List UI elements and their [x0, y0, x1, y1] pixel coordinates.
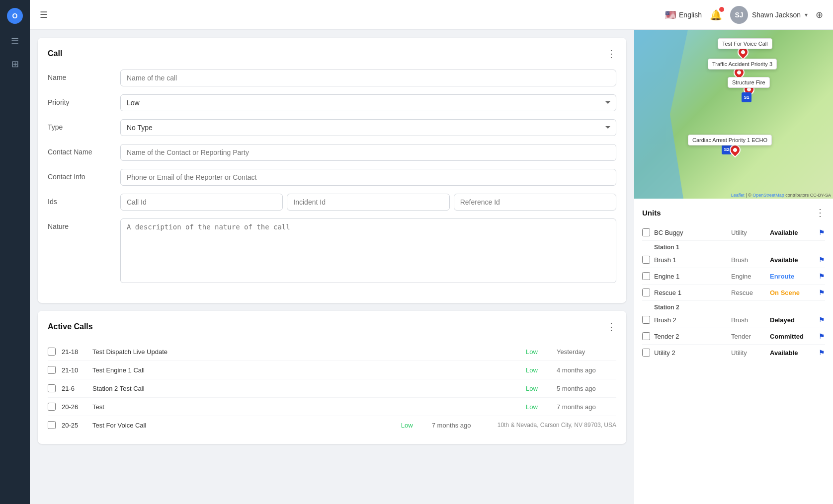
notification-badge — [719, 7, 724, 12]
main-wrapper: ☰ 🇺🇸 English 🔔 SJ Shawn Jackson ▾ ⊕ — [30, 0, 833, 504]
unit-flag-icon[interactable]: ⚑ — [819, 272, 825, 280]
unit-type: Engine — [731, 273, 766, 280]
calls-checkbox[interactable] — [48, 366, 56, 374]
ids-row-container: Ids — [48, 194, 616, 211]
active-calls-more-icon[interactable]: ⋮ — [606, 321, 616, 333]
table-row: 21-10 Test Engine 1 Call Low 4 months ag… — [48, 361, 616, 379]
calls-checkbox[interactable] — [48, 348, 56, 356]
map-container[interactable]: S1 S2 Test For Voice Call Traffic Accide… — [634, 30, 833, 199]
unit-name: Utility 2 — [654, 349, 727, 357]
notifications-icon[interactable]: 🔔 — [710, 9, 722, 21]
contact-name-label: Contact Name — [48, 144, 112, 156]
name-row: Name — [48, 70, 616, 86]
topbar-right: 🇺🇸 English 🔔 SJ Shawn Jackson ▾ ⊕ — [665, 6, 823, 24]
right-panel: S1 S2 Test For Voice Call Traffic Accide… — [634, 30, 833, 504]
language-selector[interactable]: 🇺🇸 English — [665, 9, 702, 20]
contact-info-row: Contact Info — [48, 169, 616, 186]
call-id-input[interactable] — [120, 194, 283, 211]
type-select[interactable]: No Type Fire Medical Police — [120, 119, 616, 136]
language-label: English — [679, 11, 702, 19]
units-card: Units ⋮ BC Buggy Utility Available ⚑ Sta… — [634, 199, 833, 504]
unit-name: Tender 2 — [654, 333, 727, 340]
unit-flag-icon[interactable]: ⚑ — [819, 228, 825, 236]
hamburger-icon[interactable]: ☰ — [11, 36, 19, 47]
unit-flag-icon[interactable]: ⚑ — [819, 316, 825, 324]
unit-status: Available — [770, 256, 815, 264]
priority-field: Low Medium High Critical — [120, 94, 616, 111]
active-calls-card: Active Calls ⋮ 21-18 Test Dispatch Live … — [38, 311, 626, 444]
nature-textarea[interactable] — [120, 218, 616, 283]
unit-row: Brush 2 Brush Delayed ⚑ — [642, 312, 825, 328]
unit-name: Brush 1 — [654, 256, 727, 264]
contact-name-row: Contact Name — [48, 144, 616, 161]
unit-status: On Scene — [770, 289, 815, 296]
calls-time: 7 months ago — [557, 403, 616, 411]
calls-name: Test Engine 1 Call — [92, 366, 520, 374]
unit-flag-icon[interactable]: ⚑ — [819, 332, 825, 340]
unit-row: Brush 1 Brush Available ⚑ — [642, 252, 825, 268]
ids-field — [120, 194, 616, 211]
name-input[interactable] — [120, 70, 616, 86]
contact-info-field — [120, 169, 616, 186]
unit-checkbox[interactable] — [642, 332, 650, 340]
unit-name: Brush 2 — [654, 316, 727, 324]
contact-info-input[interactable] — [120, 169, 616, 186]
units-more-icon[interactable]: ⋮ — [815, 207, 825, 218]
call-form-more-icon[interactable]: ⋮ — [606, 48, 616, 60]
unit-flag-icon[interactable]: ⚑ — [819, 288, 825, 296]
unit-checkbox[interactable] — [642, 228, 650, 236]
contact-name-field — [120, 144, 616, 161]
app-logo[interactable]: O — [7, 8, 23, 24]
unit-status: Enroute — [770, 273, 815, 280]
name-field — [120, 70, 616, 86]
type-label: Type — [48, 119, 112, 131]
call-form-title: Call — [48, 49, 62, 58]
unit-type: Utility — [731, 229, 766, 236]
grid-icon[interactable]: ⊞ — [11, 59, 19, 70]
calls-location: 10th & Nevada, Carson City, NV 89703, US… — [498, 422, 616, 429]
calls-checkbox[interactable] — [48, 421, 56, 429]
contact-name-input[interactable] — [120, 144, 616, 161]
calls-name: Test Dispatch Live Update — [92, 348, 520, 356]
menu-toggle-icon[interactable]: ☰ — [40, 9, 48, 20]
unit-flag-icon[interactable]: ⚑ — [819, 256, 825, 264]
reference-id-input[interactable] — [454, 194, 616, 211]
active-calls-title: Active Calls — [48, 322, 93, 331]
layers-icon[interactable]: ⊕ — [816, 9, 823, 20]
unit-checkbox[interactable] — [642, 288, 650, 296]
map-water — [634, 30, 724, 199]
calls-priority: Low — [526, 366, 551, 374]
priority-label: Priority — [48, 94, 112, 106]
priority-select[interactable]: Low Medium High Critical — [120, 94, 616, 111]
unit-name: BC Buggy — [654, 229, 727, 236]
unit-status: Available — [770, 229, 815, 236]
calls-checkbox[interactable] — [48, 384, 56, 392]
unit-checkbox[interactable] — [642, 272, 650, 280]
unit-type: Brush — [731, 316, 766, 324]
calls-id: 21-10 — [62, 366, 86, 374]
unit-row: Tender 2 Tender Committed ⚑ — [642, 328, 825, 345]
unit-type: Brush — [731, 256, 766, 264]
chevron-down-icon: ▾ — [805, 11, 808, 18]
avatar: SJ — [730, 6, 748, 24]
nature-field — [120, 218, 616, 285]
user-menu[interactable]: SJ Shawn Jackson ▾ — [730, 6, 808, 24]
map-station-1[interactable]: S1 — [742, 92, 751, 102]
calls-priority: Low — [526, 385, 551, 392]
unit-checkbox[interactable] — [642, 349, 650, 357]
unit-status: Available — [770, 349, 815, 357]
incident-id-input[interactable] — [287, 194, 449, 211]
unit-type: Utility — [731, 349, 766, 357]
station-label: Station 1 — [642, 241, 825, 252]
topbar-left: ☰ — [40, 9, 48, 20]
calls-name: Test — [92, 403, 520, 411]
calls-checkbox[interactable] — [48, 403, 56, 411]
unit-checkbox[interactable] — [642, 316, 650, 324]
calls-time: Yesterday — [557, 348, 616, 356]
calls-time: 4 months ago — [557, 366, 616, 374]
calls-name: Station 2 Test Call — [92, 385, 520, 392]
unit-flag-icon[interactable]: ⚑ — [819, 349, 825, 357]
unit-checkbox[interactable] — [642, 256, 650, 264]
table-row: 21-18 Test Dispatch Live Update Low Yest… — [48, 343, 616, 361]
name-label: Name — [48, 70, 112, 81]
